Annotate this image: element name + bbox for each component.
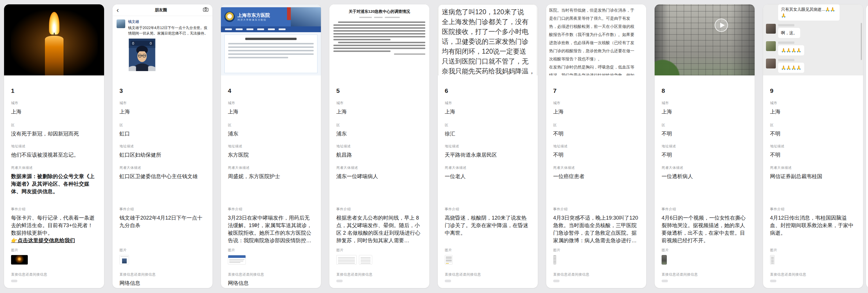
field-value-address: 不明 — [661, 151, 748, 159]
field-label-image: 图片 — [336, 248, 423, 253]
field-value-address: 虹口区妇幼保健所 — [119, 151, 206, 159]
field-value-deceased: 网信证券副总裁韦桂国 — [770, 173, 856, 180]
field-label-deceased: 死者大体描述 — [119, 165, 206, 170]
field-label-event: 事件介绍 — [11, 207, 97, 212]
field-value-city: 上海 — [11, 108, 97, 115]
field-label-direct: 直接信息还是间接信息 — [336, 272, 423, 277]
incident-card[interactable]: 关于对浦东120急救中心的调查情况 5 城市 上海 区 浦东 — [329, 4, 430, 288]
field-label-event: 事件介绍 — [553, 207, 639, 212]
red-banner — [287, 7, 291, 20]
field-value-deceased: 一位老人 — [445, 173, 531, 180]
field-label-image: 图片 — [661, 248, 748, 253]
field-label-event: 事件介绍 — [336, 207, 423, 212]
screenshot-text-line: 酸报告不作数（我不懂为什么不作数）。如果要 — [549, 30, 643, 38]
site-subtitle: 同济大学附属东方医院 — [238, 18, 270, 22]
gallery-page: { "colors":{ "page_bg":"#e9e9eb","card_b… — [0, 0, 868, 293]
field-value-district: 不明 — [553, 130, 639, 138]
attachment-thumbnail[interactable] — [553, 255, 556, 265]
weibo-text-screenshot: 医院。当时有些低烧，但是发热门诊在消杀，于是在门口的黑夜里等待了很久。可是由于有… — [546, 4, 646, 76]
field-label-city: 城市 — [228, 101, 314, 106]
field-value-deceased: 虹口区卫健委信息中心主任钱文雄 — [119, 173, 206, 180]
incident-card[interactable]: 只有其女儿眼见其病逝...🙏🙏🙏啊，这。🙏🙏🙏🙏🙏🙏🙏🙏 9 城市 上海 区 不… — [763, 4, 863, 288]
chat-bubble: 啊，这。 — [778, 28, 800, 38]
field-label-city: 城市 — [445, 101, 531, 106]
chat-row: 🙏🙏🙏🙏 — [766, 41, 860, 55]
play-icon[interactable] — [715, 19, 728, 32]
attachment-thumbnail[interactable] — [359, 255, 372, 265]
field-label-direct: 直接信息还是间接信息 — [11, 272, 97, 277]
field-label-direct: 直接信息还是间接信息 — [119, 272, 206, 277]
field-value-city: 上海 — [228, 108, 314, 115]
incident-card[interactable]: 上海市东方医院 同济大学附属东方医院 — [221, 4, 321, 288]
field-value-city: 上海 — [661, 108, 748, 115]
next-card-partial[interactable] — [866, 4, 868, 288]
attachment-thumbnails — [228, 255, 314, 265]
card-cover-image: 迷病危了叫120，120来了说全上海发热门诊都关了，没有医院接收，打了一个多小时… — [438, 4, 538, 76]
attachment-thumbnails — [445, 255, 531, 265]
incident-card[interactable]: 朋友圈 钱文雄 钱文雄于2022年4月12日下午一点十九分去世。疫情期间一切从简… — [112, 4, 213, 288]
video-still — [655, 4, 755, 76]
field-label-direct: 直接信息还是间接信息 — [661, 272, 748, 277]
document-screenshot: 关于对浦东120急救中心的调查情况 — [329, 4, 429, 76]
field-value-event: 每张卡片、每行记录，代表着一条逝去的鲜活生命。目前有73+位死者！数据持续更新中… — [11, 214, 97, 237]
field-label-city: 城市 — [770, 101, 856, 106]
screenshot-text-line: 进急诊抢救，也必须再做一次核酸（已经有了发 — [549, 38, 643, 47]
field-value-district: 不明 — [661, 130, 748, 138]
document-meta — [333, 17, 425, 18]
attachment-thumbnail[interactable] — [228, 255, 246, 265]
attachment-thumbnail[interactable] — [119, 255, 129, 265]
field-label-direct: 直接信息还是间接信息 — [553, 272, 639, 277]
field-label-event: 事件介绍 — [445, 207, 531, 212]
incident-card[interactable]: 医院。当时有些低烧，但是发热门诊在消杀，于是在门口的黑夜里等待了很久。可是由于有… — [546, 4, 647, 288]
submit-info-link[interactable]: 👉点击这里提交信息给我们 — [11, 237, 75, 244]
field-value-address: 东方医院 — [228, 151, 314, 159]
attachment-thumbnails — [11, 255, 97, 265]
post-photo: 0 0 — [128, 38, 156, 71]
field-label-city: 城市 — [11, 101, 97, 106]
empty-value-pill — [445, 280, 451, 282]
card-gallery: 1 城市 上海 区 没有死于新冠，却因新冠而死 地址描述 他们不应该被漠视甚至忘… — [0, 0, 868, 288]
card-cover-image: 上海市东方医院 同济大学附属东方医院 — [221, 4, 321, 76]
field-value-city: 上海 — [445, 108, 531, 115]
field-value-city: 上海 — [770, 108, 856, 115]
chat-scrollbar[interactable] — [861, 23, 862, 60]
screenshot-text-line: 医院。当时有些低烧，但是发热门诊在消杀，于 — [549, 6, 643, 14]
card-cover-image: 只有其女儿眼见其病逝...🙏🙏🙏啊，这。🙏🙏🙏🙏🙏🙏🙏🙏 — [763, 4, 863, 76]
screenshot-text-line: 次核酸等报告？我也不懂）。 — [549, 55, 643, 63]
field-label-district: 区 — [770, 123, 856, 128]
site-content — [221, 32, 321, 76]
empty-value-pill — [661, 280, 668, 282]
blurred-username — [778, 24, 794, 26]
candle-body — [45, 36, 63, 76]
poster-name: 钱文雄 — [128, 20, 209, 24]
field-label-deceased: 死者大体描述 — [11, 165, 97, 170]
attachment-thumbnail[interactable] — [336, 255, 356, 265]
incident-card[interactable]: 1 城市 上海 区 没有死于新冠，却因新冠而死 地址描述 他们不应该被漠视甚至忘… — [4, 4, 104, 288]
field-value-event: 4月12日传出消息，韦桂国因脑溢血、封控期间联系救治未果，于家中病逝。 — [770, 214, 856, 237]
incident-card[interactable]: 迷病危了叫120，120来了说全上海发热门诊都关了，没有医院接收，打了一个多小时… — [437, 4, 538, 288]
field-label-address: 地址描述 — [228, 144, 314, 149]
field-label-city: 城市 — [553, 101, 639, 106]
attachment-thumbnail[interactable] — [445, 255, 453, 265]
field-label-image: 图片 — [228, 248, 314, 253]
attachment-thumbnails — [770, 255, 856, 265]
field-label-direct: 直接信息还是间接信息 — [228, 272, 314, 277]
attachment-thumbnail[interactable] — [661, 255, 667, 265]
field-value-city: 上海 — [336, 108, 423, 115]
field-value-address: 他们不应该被漠视甚至忘记。 — [11, 151, 97, 159]
back-icon[interactable] — [117, 7, 119, 13]
attachment-thumbnail[interactable] — [11, 255, 28, 265]
field-label-district: 区 — [11, 123, 97, 128]
incident-card[interactable]: 8 城市 上海 区 不明 地址描述 不明 死者大体描述 一位透析病人 事件介绍 … — [654, 4, 755, 288]
field-label-district: 区 — [228, 123, 314, 128]
card-cover-image — [655, 4, 755, 76]
card-cover-image — [4, 4, 104, 76]
group-chat-screenshot: 只有其女儿眼见其病逝...🙏🙏🙏啊，这。🙏🙏🙏🙏🙏🙏🙏🙏 — [763, 4, 863, 76]
chat-bubble: 🙏🙏🙏🙏 — [778, 45, 804, 55]
field-value-event: 4月3日突感不适，晚上19:30叫了120急救。当时面临全员核酸，三甲医院门急诊… — [553, 214, 639, 244]
site-name: 上海市东方医院 — [238, 12, 270, 18]
field-value-deceased: 浦东一位哮喘病人 — [336, 173, 423, 180]
attachment-thumbnail[interactable] — [770, 255, 775, 265]
field-label-direct: 直接信息还是间接信息 — [770, 272, 856, 277]
camera-icon[interactable] — [203, 7, 209, 13]
